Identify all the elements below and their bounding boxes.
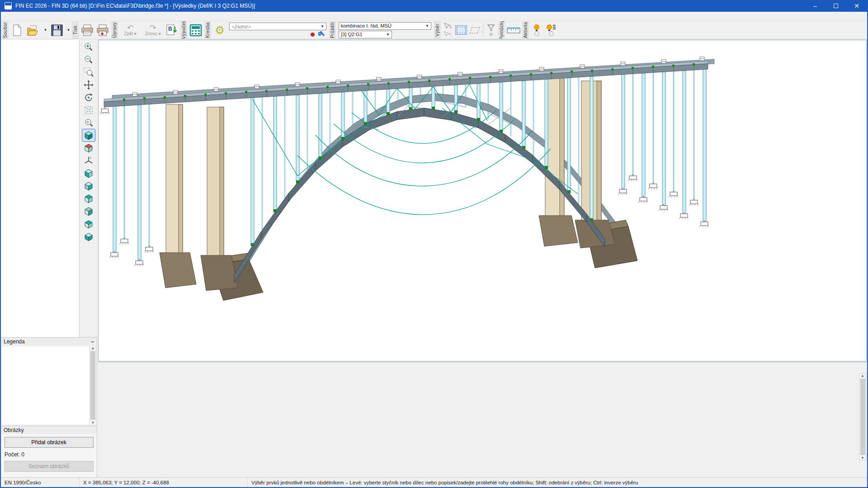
scroll-down-icon[interactable]: ▼ (861, 456, 864, 460)
calculate-button[interactable] (188, 21, 203, 39)
drawing-settings-button[interactable]: ⚙ (212, 21, 227, 39)
new-file-button[interactable] (9, 21, 25, 39)
measure-button[interactable] (506, 21, 521, 39)
add-image-button[interactable]: Přidat obrázek (5, 437, 94, 448)
combination-combo[interactable]: kombinace I. řád, MSÚ▼ (339, 22, 431, 30)
view-3d-button[interactable] (82, 129, 95, 141)
view-bottom-button[interactable] (82, 230, 95, 243)
view-toolbar: z (80, 41, 98, 243)
pan-button[interactable] (82, 79, 95, 91)
close-button[interactable]: ✕ (846, 0, 867, 12)
rotate-view-button[interactable] (82, 91, 95, 103)
undo-icon: ↶ (127, 24, 133, 31)
toolbar-group-prubeh: Průběh (329, 21, 336, 39)
open-file-button[interactable] (25, 21, 43, 39)
sort-order-button[interactable]: B (164, 21, 179, 39)
legend-title: Legenda (4, 338, 25, 345)
maximize-button[interactable]: ☐ (826, 0, 846, 12)
save-button[interactable] (48, 21, 66, 39)
view-right-button[interactable] (82, 205, 95, 217)
minimize-button[interactable]: – (805, 0, 826, 12)
activity-off-icon[interactable] (534, 31, 539, 36)
select-single-icon[interactable]: 1 (443, 23, 453, 30)
scroll-up-icon[interactable]: ▲ (91, 346, 95, 350)
select-rectangle-button[interactable] (455, 25, 467, 35)
select-rectangle-icon (457, 27, 466, 33)
filter-icon[interactable] (487, 24, 495, 31)
record-view-icon[interactable] (311, 33, 315, 37)
images-title: Obrázky (4, 427, 24, 433)
view-back-button[interactable] (82, 180, 95, 192)
scrollbar-thumb[interactable] (860, 379, 865, 455)
status-hint: Výběr prvků jednotlivě nebo obdélníkem –… (248, 478, 642, 487)
fit-view-button[interactable] (82, 104, 95, 116)
legend-scrollbar[interactable]: ▲ ▼ (90, 346, 96, 425)
app-window: FIN EC 2026 - FIN 3D (64 bit) [D:\Fin EC… (0, 0, 868, 488)
images-panel: Obrázky Přidat obrázek Počet: 0 Seznam o… (1, 426, 97, 477)
window-title: FIN EC 2026 - FIN 3D (64 bit) [D:\Fin EC… (15, 3, 255, 9)
images-header: Obrázky (1, 426, 97, 434)
activity-list-on-icon[interactable] (547, 24, 556, 30)
toolbar-group-pomucky: Pomůcky (498, 21, 505, 39)
bridge-model (99, 40, 866, 361)
gear-icon: ⚙ (215, 24, 225, 37)
table-scrollbar[interactable]: ▲ ▼ (859, 373, 866, 460)
zoom-window-button[interactable] (82, 66, 95, 78)
image-list-button: Seznam obrázků (5, 461, 94, 472)
scrollbar-thumb[interactable] (90, 351, 95, 420)
axonometry-button[interactable]: z (82, 155, 95, 167)
perspective-button[interactable] (82, 142, 95, 154)
toolbar-group-aktivita: Aktivita (522, 21, 529, 39)
scroll-up-icon[interactable]: ▲ (861, 374, 864, 378)
svg-text:1: 1 (449, 24, 452, 29)
toolbar-group-tisk: Tisk (72, 21, 79, 39)
activity-on-icon[interactable] (534, 24, 539, 30)
toolbar: Soubor ▼ ▼ Tisk Úpravy ↶ Zpět ▾ ↷ Znovu … (1, 21, 867, 39)
results-panel: ▲ ▼ (98, 362, 868, 477)
legend-body (1, 346, 90, 425)
image-count-label: Počet: 0 (5, 451, 93, 458)
status-norm: EN 1990/Česko (1, 478, 80, 487)
select-polygon-icon (470, 27, 480, 33)
filter-list-icon[interactable]: ≡ (489, 33, 492, 36)
save-dropdown[interactable]: ▼ (66, 21, 71, 39)
redo-button[interactable]: ↷ Znovu ▾ (142, 21, 164, 39)
open-file-dropdown[interactable]: ▼ (43, 21, 48, 39)
zoom-in-button[interactable] (82, 41, 95, 53)
toolbar-group-vyber: Výběr (434, 21, 441, 39)
activity-list-off-icon[interactable] (549, 31, 554, 36)
legend-panel: Legenda – ▲ ▼ (1, 337, 97, 426)
legend-header: Legenda – (1, 337, 97, 345)
zoom-out-button[interactable] (82, 53, 95, 66)
toolbar-group-kresba: Kresba (204, 21, 211, 39)
print-document-button[interactable] (95, 21, 110, 39)
zoom-previous-button[interactable] (82, 117, 95, 129)
redo-icon: ↷ (150, 24, 156, 31)
scroll-down-icon[interactable]: ▼ (91, 421, 95, 425)
print-button[interactable] (80, 21, 95, 39)
view-left-button[interactable] (82, 192, 95, 205)
select-polygon-button[interactable] (469, 25, 481, 35)
titlebar: FIN EC 2026 - FIN 3D (64 bit) [D:\Fin EC… (1, 0, 867, 12)
statusbar: EN 1990/Česko X = 385,063; Y = 12,000; Z… (1, 477, 867, 487)
view-top-button[interactable] (82, 218, 95, 230)
toolbar-group-soubor: Soubor (2, 21, 9, 39)
model-viewport[interactable] (98, 40, 867, 361)
menubar (1, 12, 867, 21)
navigation-tree (1, 40, 80, 337)
svg-text:z: z (90, 156, 91, 159)
svg-text:B: B (168, 26, 172, 32)
result-case-combo[interactable]: [3] Q2:G1▼ (339, 31, 392, 38)
app-icon (5, 2, 12, 9)
legend-collapse-button[interactable]: – (91, 338, 94, 345)
status-coordinates: X = 385,063; Y = 12,000; Z = -40,688 (80, 478, 248, 487)
select-node-icon[interactable] (443, 31, 453, 38)
wrench-icon[interactable] (318, 31, 325, 38)
named-selection-combo[interactable]: <žádné>▼ (229, 23, 326, 30)
view-front-button[interactable] (82, 167, 95, 179)
undo-button[interactable]: ↶ Zpět ▾ (119, 21, 142, 39)
toolbar-group-vypocet: Výpočet (180, 21, 187, 39)
toolbar-group-upravy: Úpravy (111, 21, 118, 39)
